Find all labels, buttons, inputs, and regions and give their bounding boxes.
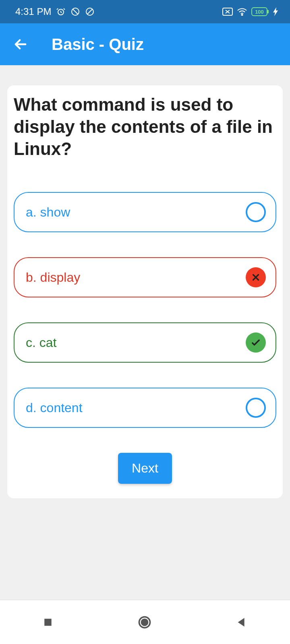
back-nav-button[interactable] — [235, 616, 248, 629]
page-title: Basic - Quiz — [52, 35, 144, 54]
block-icon — [85, 7, 95, 17]
status-bar: 4:31 PM 100 — [0, 0, 290, 23]
battery-icon: 100 — [251, 7, 269, 16]
wifi-icon — [237, 8, 247, 16]
back-button[interactable] — [12, 36, 29, 53]
option-d-label: d. content — [26, 400, 83, 415]
dnd-icon — [70, 7, 80, 17]
option-d[interactable]: d. content — [14, 388, 276, 428]
wrong-icon — [246, 267, 266, 287]
option-c-label: c. cat — [26, 335, 56, 350]
question-text: What command is used to display the cont… — [14, 93, 276, 160]
svg-point-4 — [242, 14, 243, 16]
app-bar: Basic - Quiz — [0, 23, 290, 65]
charging-icon — [273, 7, 279, 16]
svg-point-10 — [141, 619, 147, 625]
option-b[interactable]: b. display — [14, 257, 276, 297]
correct-icon — [246, 332, 266, 353]
status-time: 4:31 PM — [15, 6, 51, 17]
option-b-label: b. display — [26, 270, 80, 285]
svg-text:100: 100 — [255, 9, 264, 15]
svg-rect-8 — [44, 619, 52, 626]
alarm-icon — [56, 7, 66, 17]
recents-button[interactable] — [42, 616, 54, 628]
home-button[interactable] — [137, 615, 152, 630]
option-c[interactable]: c. cat — [14, 322, 276, 363]
content-area: What command is used to display the cont… — [0, 65, 290, 600]
option-a-label: a. show — [26, 205, 70, 220]
svg-rect-6 — [267, 10, 269, 13]
cast-icon — [222, 8, 233, 16]
option-a[interactable]: a. show — [14, 192, 276, 232]
quiz-card: What command is used to display the cont… — [7, 85, 283, 498]
radio-unchecked-icon — [246, 202, 266, 222]
next-button[interactable]: Next — [118, 453, 172, 484]
system-nav-bar — [0, 600, 290, 644]
radio-unchecked-icon — [246, 398, 266, 418]
